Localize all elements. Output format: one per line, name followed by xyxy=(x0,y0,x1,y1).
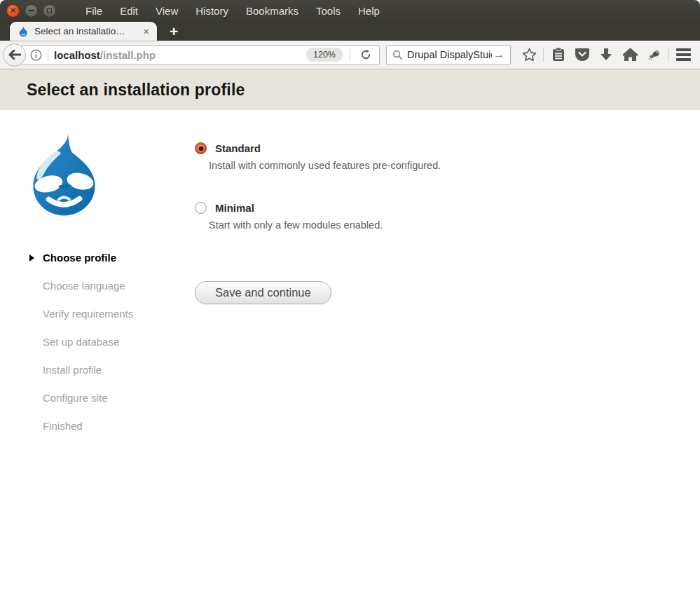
page-header: Select an installation profile xyxy=(0,69,700,110)
step-label: Install profile xyxy=(43,364,102,376)
save-and-continue-button[interactable]: Save and continue xyxy=(195,281,331,304)
url-bar[interactable]: localhost/install.php 120% xyxy=(21,45,380,65)
zoom-level-badge[interactable]: 120% xyxy=(306,48,343,62)
url-host: localhost xyxy=(54,49,100,61)
star-icon xyxy=(522,48,537,62)
bookmark-star-button[interactable] xyxy=(519,45,539,64)
browser-menubar: File Edit View History Bookmarks Tools H… xyxy=(85,5,380,17)
option-label-standard[interactable]: Standard xyxy=(215,142,261,154)
menu-file[interactable]: File xyxy=(85,5,102,17)
window-titlebar: ✕ File Edit View History Bookmarks Tools… xyxy=(0,0,700,21)
toolbar-icons xyxy=(519,45,693,64)
option-description-standard: Install with commonly used features pre-… xyxy=(209,160,441,171)
url-text[interactable]: localhost/install.php xyxy=(54,49,306,61)
step-set-up-database: Set up database xyxy=(23,334,195,350)
back-arrow-icon xyxy=(8,50,21,60)
menu-help[interactable]: Help xyxy=(358,5,380,17)
window-controls: ✕ xyxy=(6,4,56,18)
hamburger-bar xyxy=(676,53,691,56)
drupal-favicon-icon xyxy=(18,26,29,37)
tab-title: Select an installatio… xyxy=(34,26,136,36)
step-label: Verify requirements xyxy=(43,308,133,320)
navigation-toolbar: localhost/install.php 120% → xyxy=(0,41,700,69)
radio-minimal[interactable] xyxy=(195,202,207,214)
step-install-profile: Install profile xyxy=(23,362,195,378)
drupal-logo xyxy=(23,130,104,219)
window-minimize-button[interactable] xyxy=(25,4,38,18)
toolbar-divider xyxy=(543,48,544,62)
extension-bug-button[interactable] xyxy=(645,45,664,64)
profile-option-standard: Standard Install with commonly used feat… xyxy=(195,142,441,171)
radio-standard[interactable] xyxy=(195,142,207,154)
option-row: Minimal xyxy=(195,202,441,214)
step-configure-site: Configure site xyxy=(23,390,195,406)
toolbar-divider-2 xyxy=(668,48,669,62)
home-icon xyxy=(623,48,638,62)
clipboard-icon xyxy=(551,47,565,62)
step-label: Choose profile xyxy=(43,252,116,264)
urlbar-divider-2 xyxy=(350,49,350,61)
back-button[interactable] xyxy=(3,43,26,67)
tab-close-icon[interactable]: × xyxy=(142,26,151,36)
new-tab-button[interactable]: + xyxy=(165,24,182,39)
profile-form: Standard Install with commonly used feat… xyxy=(195,130,441,447)
extension-bug-icon xyxy=(647,48,661,61)
search-icon xyxy=(392,50,403,60)
tab-strip: Select an installatio… × + xyxy=(0,21,700,41)
window-close-button[interactable]: ✕ xyxy=(6,4,20,18)
installer-steps: Choose profile Choose language Verify re… xyxy=(23,250,195,434)
bookmarks-panel-button[interactable] xyxy=(549,45,568,64)
reload-button[interactable] xyxy=(356,49,376,60)
menu-hamburger-button[interactable] xyxy=(673,45,693,64)
option-row: Standard xyxy=(195,142,441,154)
step-label: Choose language xyxy=(43,280,125,292)
step-label: Finished xyxy=(43,420,83,432)
home-button[interactable] xyxy=(620,45,640,64)
step-choose-profile: Choose profile xyxy=(23,250,195,266)
reload-icon xyxy=(360,49,371,60)
hamburger-bar xyxy=(676,48,691,51)
active-step-arrow-icon xyxy=(29,254,34,261)
search-bar[interactable]: → xyxy=(386,45,511,65)
menu-tools[interactable]: Tools xyxy=(316,5,341,17)
option-description-minimal: Start with only a few modules enabled. xyxy=(209,219,441,231)
tab-active[interactable]: Select an installatio… × xyxy=(10,22,157,41)
search-input[interactable] xyxy=(407,49,492,60)
url-path: /install.php xyxy=(100,49,156,61)
installer-sidebar: Choose profile Choose language Verify re… xyxy=(23,130,195,447)
pocket-icon xyxy=(575,48,590,62)
hamburger-bar xyxy=(676,58,691,61)
step-finished: Finished xyxy=(23,419,195,434)
profile-option-minimal: Minimal Start with only a few modules en… xyxy=(195,202,441,231)
step-choose-language: Choose language xyxy=(23,278,195,294)
window-maximize-button[interactable] xyxy=(43,4,56,18)
search-go-icon[interactable]: → xyxy=(492,48,506,61)
menu-bookmarks[interactable]: Bookmarks xyxy=(246,5,298,17)
menu-edit[interactable]: Edit xyxy=(120,5,138,17)
installer-content: Choose profile Choose language Verify re… xyxy=(0,110,700,447)
pocket-button[interactable] xyxy=(572,45,592,64)
step-verify-requirements: Verify requirements xyxy=(23,306,195,322)
download-arrow-icon xyxy=(600,48,612,62)
menu-view[interactable]: View xyxy=(156,5,178,17)
urlbar-divider xyxy=(48,49,48,61)
menu-history[interactable]: History xyxy=(195,5,228,17)
step-label: Set up database xyxy=(43,336,119,348)
page-title: Select an installation profile xyxy=(27,81,245,100)
site-info-icon[interactable] xyxy=(30,49,42,61)
option-label-minimal[interactable]: Minimal xyxy=(215,202,254,214)
step-label: Configure site xyxy=(43,392,108,404)
downloads-button[interactable] xyxy=(596,45,616,64)
